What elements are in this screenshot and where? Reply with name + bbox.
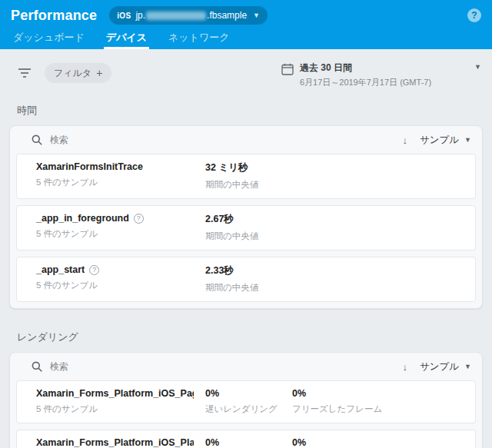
metric-slow-rendering: 0% 遅いレンダリング [205, 437, 292, 448]
trace-name: Xamarin_Forms_Platform_iOS_PlatformR... [36, 437, 194, 448]
app-header: Performance iOS jp..fbsample ▼ ? ダッシュボード… [0, 0, 492, 49]
sample-count: 5 件のサンプル [36, 228, 205, 240]
sort-by-dropdown[interactable]: サンプル ▼ [420, 360, 471, 373]
chevron-down-icon: ▼ [464, 136, 471, 144]
trace-info: XamarinFormsInitTrace 5 件のサンプル [36, 161, 205, 188]
trace-info: _app_start ? 5 件のサンプル [36, 264, 205, 291]
page-title: Performance [11, 8, 97, 24]
platform-badge: iOS [117, 12, 131, 20]
top-bar: Performance iOS jp..fbsample ▼ ? [0, 0, 492, 31]
metric-value: 2.33秒 [205, 264, 292, 277]
app-id: jp..fbsample [135, 10, 247, 21]
trace-name: XamarinFormsInitTrace [36, 161, 143, 172]
rendering-card-header: ↓ サンプル ▼ [10, 353, 482, 380]
date-range-text: 過去 30 日間 6月17日～2019年7月17日 (GMT-7) [300, 61, 431, 88]
chevron-down-icon: ▼ [253, 12, 260, 19]
metric-label: 遅いレンダリング [205, 403, 292, 415]
sort-direction-icon[interactable]: ↓ [402, 361, 407, 373]
help-icon[interactable]: ? [134, 214, 144, 224]
trace-row-pagerenderer[interactable]: Xamarin_Forms_Platform_iOS_PageRend... 5… [16, 380, 476, 423]
date-range-picker[interactable]: 過去 30 日間 6月17日～2019年7月17日 (GMT-7) ▼ [281, 61, 481, 88]
trace-row-app-start[interactable]: _app_start ? 5 件のサンプル 2.33秒 期間の中央値 [16, 257, 476, 302]
sample-count: 5 件のサンプル [36, 403, 205, 415]
section-duration: 時間 ↓ サンプル ▼ XamarinFormsInitTrace 5 件のサン… [0, 104, 492, 309]
help-icon[interactable]: ? [467, 8, 481, 22]
tab-dashboard[interactable]: ダッシュボード [11, 31, 87, 49]
trace-row-xamarinformsinittrace[interactable]: XamarinFormsInitTrace 5 件のサンプル 32 ミリ秒 期間… [16, 154, 476, 199]
metric-label: 期間の中央値 [205, 231, 292, 242]
search-input[interactable] [50, 361, 402, 372]
metric-frozen-frames: 0% フリーズしたフレーム [292, 388, 475, 415]
chevron-down-icon: ▼ [464, 363, 471, 370]
filter-icon[interactable] [18, 68, 31, 80]
metric-value: 2.67秒 [205, 213, 292, 226]
trace-row-platformrenderer[interactable]: Xamarin_Forms_Platform_iOS_PlatformR... … [16, 430, 476, 448]
metric-slow-rendering: 0% 遅いレンダリング [205, 388, 292, 415]
metric-value: 0% [205, 437, 292, 448]
sort-direction-icon[interactable]: ↓ [402, 134, 407, 146]
add-filter-button[interactable]: フィルタ+ [45, 63, 111, 83]
trace-info: Xamarin_Forms_Platform_iOS_PageRend... 5… [36, 388, 205, 415]
duration-card: ↓ サンプル ▼ XamarinFormsInitTrace 5 件のサンプル … [9, 125, 483, 309]
trace-info: Xamarin_Forms_Platform_iOS_PlatformR... … [36, 437, 205, 448]
search-icon [32, 134, 42, 145]
section-title-duration: 時間 [17, 104, 492, 118]
metric-label: 期間の中央値 [205, 282, 292, 294]
trace-name: _app_start [36, 264, 85, 275]
trace-row-app-in-foreground[interactable]: _app_in_foreground ? 5 件のサンプル 2.67秒 期間の中… [16, 205, 476, 251]
plus-icon: + [96, 67, 102, 79]
filter-bar: フィルタ+ 過去 30 日間 6月17日～2019年7月17日 (GMT-7) … [18, 61, 481, 88]
app-selector-dropdown[interactable]: iOS jp..fbsample ▼ [109, 6, 268, 25]
calendar-icon [281, 63, 294, 78]
metric-frozen-frames: 0% フリーズしたフレーム [292, 437, 475, 448]
metric-value: 0% [292, 437, 475, 448]
date-range-label: 過去 30 日間 [300, 61, 431, 75]
section-rendering: レンダリング ↓ サンプル ▼ Xamarin_Forms_Platform_i… [0, 330, 492, 448]
rendering-card: ↓ サンプル ▼ Xamarin_Forms_Platform_iOS_Page… [9, 352, 483, 448]
sort-by-dropdown[interactable]: サンプル ▼ [420, 134, 471, 147]
section-title-rendering: レンダリング [17, 330, 492, 344]
chevron-down-icon: ▼ [474, 63, 481, 71]
metric-median: 32 ミリ秒 期間の中央値 [205, 161, 292, 191]
trace-name: _app_in_foreground [36, 213, 129, 224]
metric-median: 2.33秒 期間の中央値 [205, 264, 292, 294]
date-range-detail: 6月17日～2019年7月17日 (GMT-7) [300, 77, 431, 88]
metric-value: 0% [292, 388, 475, 399]
tab-devices[interactable]: デバイス [104, 31, 149, 49]
help-icon[interactable]: ? [89, 265, 99, 275]
metric-label: 期間の中央値 [205, 179, 292, 191]
metric-median: 2.67秒 期間の中央値 [205, 213, 292, 242]
search-icon [32, 361, 42, 372]
search-input[interactable] [50, 134, 402, 145]
trace-name: Xamarin_Forms_Platform_iOS_PageRend... [36, 388, 194, 399]
tab-bar: ダッシュボード デバイス ネットワーク [0, 31, 492, 49]
sample-count: 5 件のサンプル [36, 177, 205, 188]
duration-card-header: ↓ サンプル ▼ [10, 126, 482, 154]
metric-label: フリーズしたフレーム [292, 403, 475, 415]
metric-value: 0% [205, 388, 292, 399]
trace-info: _app_in_foreground ? 5 件のサンプル [36, 213, 205, 240]
redacted-app-name [146, 12, 206, 20]
metric-value: 32 ミリ秒 [205, 161, 292, 174]
sample-count: 5 件のサンプル [36, 280, 205, 291]
tab-network[interactable]: ネットワーク [166, 31, 232, 49]
